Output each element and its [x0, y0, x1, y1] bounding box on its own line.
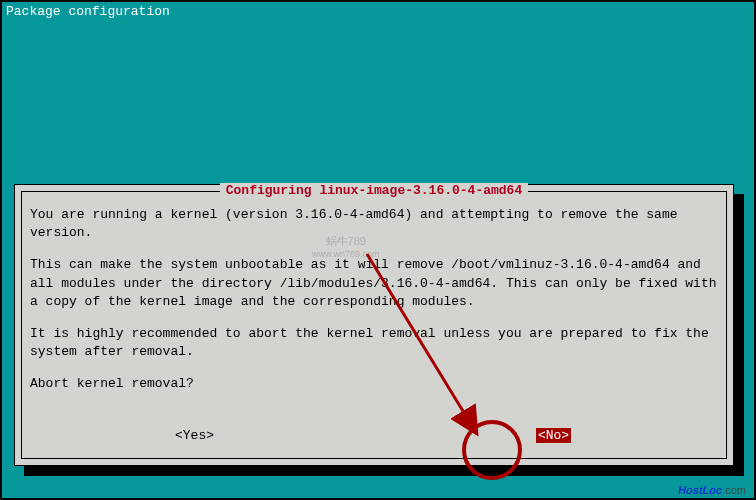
- no-button[interactable]: <No>: [536, 428, 571, 443]
- dialog-prompt: Abort kernel removal?: [30, 375, 718, 393]
- no-col: <No>: [374, 428, 733, 443]
- footer-brand-name: HostLoc: [678, 484, 722, 496]
- page-title: Package configuration: [2, 2, 754, 21]
- dialog-text: This can make the system unbootable as i…: [30, 256, 718, 311]
- footer-brand-tld: .com: [722, 484, 746, 496]
- yes-button[interactable]: <Yes>: [175, 428, 214, 443]
- dialog-frame: Configuring linux-image-3.16.0-4-amd64 Y…: [21, 191, 727, 459]
- dialog-title-wrap: Configuring linux-image-3.16.0-4-amd64: [22, 183, 726, 198]
- footer-brand: HostLoc.com: [678, 484, 746, 496]
- dialog-text: It is highly recommended to abort the ke…: [30, 325, 718, 361]
- button-row: <Yes> <No>: [15, 428, 733, 443]
- dialog-body: You are running a kernel (version 3.16.0…: [30, 206, 718, 408]
- yes-col: <Yes>: [15, 428, 374, 443]
- dialog-text: You are running a kernel (version 3.16.0…: [30, 206, 718, 242]
- dialog-title: Configuring linux-image-3.16.0-4-amd64: [220, 183, 528, 198]
- config-dialog: Configuring linux-image-3.16.0-4-amd64 Y…: [14, 184, 734, 466]
